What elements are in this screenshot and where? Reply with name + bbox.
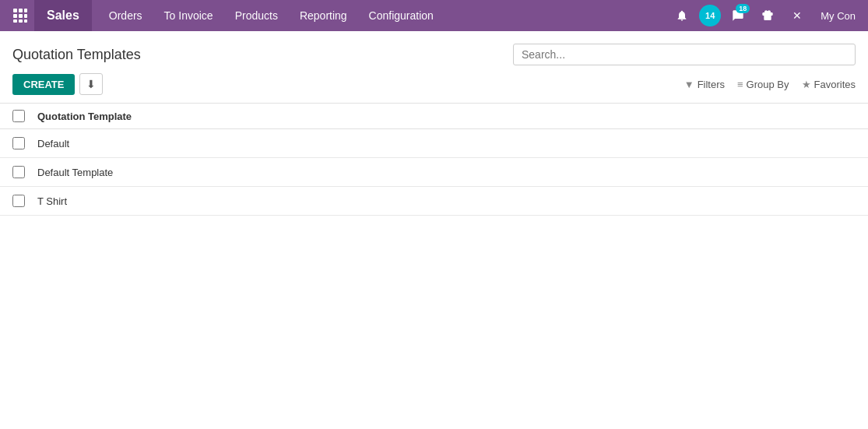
- search-input[interactable]: [513, 44, 856, 65]
- close-icon[interactable]: ✕: [785, 3, 810, 28]
- nav-orders[interactable]: Orders: [98, 0, 153, 31]
- toolbar: CREATE ⬇ ▼ Filters ≡ Group By ★ Favorite…: [0, 65, 868, 103]
- search-bar: [513, 44, 856, 65]
- row-cell-name: Default Template: [37, 167, 113, 178]
- svg-rect-6: [13, 19, 17, 23]
- page-title: Quotation Templates: [12, 47, 141, 63]
- row-checkbox[interactable]: [12, 195, 25, 207]
- page-container: Quotation Templates CREATE ⬇ ▼ Filters ≡…: [0, 31, 868, 429]
- svg-rect-3: [13, 14, 17, 18]
- user-menu[interactable]: My Con: [814, 10, 862, 22]
- row-cell-name: Default: [37, 138, 69, 149]
- nav-configuration[interactable]: Configuration: [358, 0, 445, 31]
- select-all-checkbox[interactable]: [12, 110, 25, 122]
- table-row[interactable]: Default Template: [0, 158, 868, 187]
- svg-rect-2: [24, 9, 27, 12]
- star-icon: ★: [802, 79, 811, 90]
- nav-to-invoice[interactable]: To Invoice: [153, 0, 224, 31]
- favorites-button[interactable]: ★ Favorites: [802, 79, 856, 90]
- navbar: Sales Orders To Invoice Products Reporti…: [0, 0, 868, 31]
- toolbar-left: CREATE ⬇: [12, 73, 103, 95]
- svg-rect-4: [19, 14, 23, 18]
- app-brand[interactable]: Sales: [34, 0, 92, 31]
- svg-rect-0: [13, 9, 17, 12]
- group-by-button[interactable]: ≡ Group By: [737, 79, 789, 90]
- grid-apps-icon[interactable]: [6, 0, 34, 31]
- gift-icon[interactable]: [755, 3, 780, 28]
- chat-icon[interactable]: 18: [726, 3, 750, 28]
- nav-menu: Orders To Invoice Products Reporting Con…: [98, 0, 669, 31]
- svg-rect-5: [24, 14, 27, 18]
- column-header-name: Quotation Template: [37, 111, 132, 122]
- chat-badge: 18: [736, 4, 750, 13]
- navbar-actions: 14 18 ✕ My Con: [669, 3, 862, 28]
- row-cell-name: T Shirt: [37, 195, 67, 207]
- table-header: Quotation Template: [0, 103, 868, 129]
- toolbar-right: ▼ Filters ≡ Group By ★ Favorites: [684, 79, 856, 90]
- nav-products[interactable]: Products: [224, 0, 289, 31]
- create-button[interactable]: CREATE: [12, 74, 75, 95]
- download-icon: ⬇: [86, 78, 96, 90]
- page-header: Quotation Templates: [0, 31, 868, 65]
- svg-rect-7: [19, 19, 23, 23]
- row-checkbox[interactable]: [12, 166, 25, 178]
- table-row[interactable]: T Shirt: [0, 187, 868, 216]
- svg-rect-1: [19, 9, 23, 12]
- table-body: Default Default Template T Shirt: [0, 129, 868, 216]
- clock-icon[interactable]: 14: [699, 5, 721, 26]
- table-row[interactable]: Default: [0, 129, 868, 158]
- row-checkbox[interactable]: [12, 137, 25, 149]
- nav-reporting[interactable]: Reporting: [289, 0, 358, 31]
- filter-icon: ▼: [684, 79, 694, 90]
- bell-icon[interactable]: [669, 3, 694, 28]
- download-button[interactable]: ⬇: [79, 73, 103, 95]
- group-icon: ≡: [737, 79, 743, 90]
- svg-rect-8: [24, 19, 27, 23]
- filters-button[interactable]: ▼ Filters: [684, 79, 725, 90]
